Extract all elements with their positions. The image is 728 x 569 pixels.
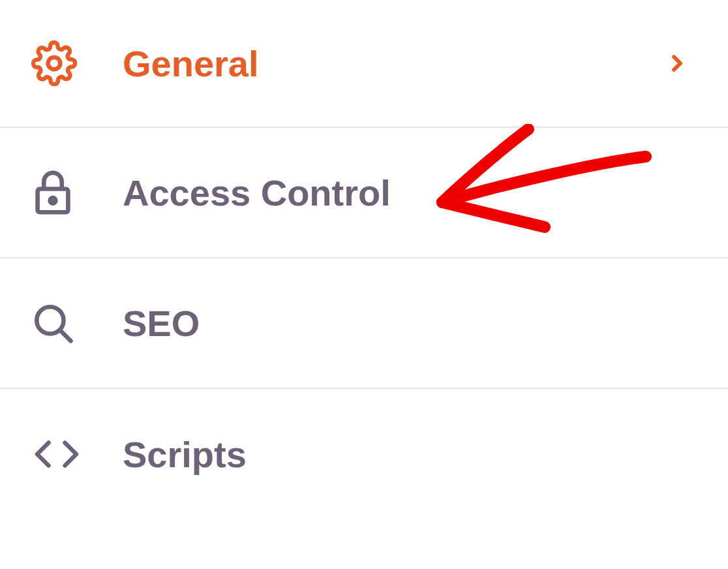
menu-item-label: Scripts (123, 433, 697, 476)
svg-line-4 (60, 330, 71, 341)
menu-item-label: SEO (123, 302, 697, 345)
lock-icon (31, 168, 83, 217)
settings-menu: General Access Control SEO (0, 0, 728, 519)
chevron-right-icon (658, 50, 697, 76)
gear-icon (31, 40, 83, 86)
search-icon (31, 301, 83, 345)
svg-point-2 (50, 198, 56, 204)
menu-item-general[interactable]: General (0, 0, 728, 128)
menu-item-scripts[interactable]: Scripts (0, 389, 728, 519)
code-icon (31, 435, 83, 474)
menu-item-label: Access Control (123, 172, 697, 214)
svg-point-0 (48, 57, 61, 70)
menu-item-seo[interactable]: SEO (0, 258, 728, 389)
menu-item-label: General (123, 42, 658, 85)
menu-item-access-control[interactable]: Access Control (0, 128, 728, 258)
